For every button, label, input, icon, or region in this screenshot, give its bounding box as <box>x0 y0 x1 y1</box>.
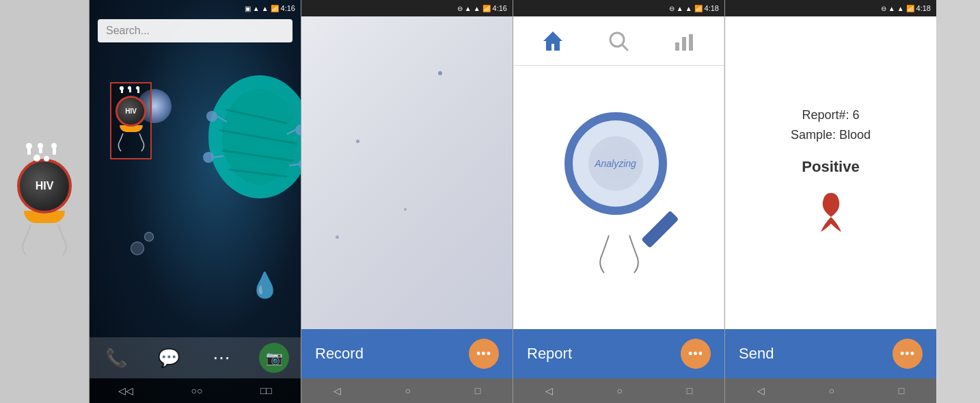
nav-bar-results: ◁ ○ □ <box>725 378 936 403</box>
hiv-legs-large <box>21 224 68 259</box>
status-time-record: 4:16 <box>493 4 507 12</box>
screen-analyzing: ⊖ ▲ ▲ 📶 4:18 <box>513 0 724 403</box>
hiv-legs-below-magnifier <box>592 235 646 279</box>
record-label: Record <box>315 345 364 363</box>
ribbon-icon <box>811 190 852 240</box>
status-bar-home: ▣ ▲ ▲ 📶 4:16 <box>90 0 301 16</box>
report-info: Report#: 6 Sample: Blood <box>791 105 871 145</box>
sample-dot-3 <box>404 208 407 211</box>
dock-apps-icon[interactable]: ⋯ <box>206 343 236 373</box>
status-bar-results: ⊖ ▲ ▲ 📶 4:18 <box>725 0 936 16</box>
recents-button-analyzing[interactable]: □ <box>687 385 692 396</box>
status-time-analyzing: 4:18 <box>705 4 719 12</box>
report-number: Report#: 6 <box>791 105 871 125</box>
back-button-record[interactable]: ◁ <box>334 385 341 396</box>
magnifier-handle <box>641 210 679 248</box>
hiv-body-large: HIV <box>17 159 72 213</box>
send-label: Send <box>739 345 774 363</box>
status-bar-analyzing: ⊖ ▲ ▲ 📶 4:18 <box>513 0 724 16</box>
magnifier-container: Analyzing <box>551 112 688 283</box>
nav-bar-analyzing: ◁ ○ □ <box>513 378 724 403</box>
home-button-record[interactable]: ○ <box>405 385 411 396</box>
bubble-1 <box>131 242 144 255</box>
water-figure: 💧 <box>249 271 280 300</box>
more-button-results[interactable]: ••• <box>893 339 923 369</box>
hiv-label-small: HIV <box>125 107 137 115</box>
dock-camera-icon[interactable]: 📷 <box>259 343 289 373</box>
nav-bar-home: ◁ ○ □ <box>90 378 301 403</box>
svg-rect-18 <box>682 37 686 51</box>
recents-button-results[interactable]: □ <box>899 385 904 396</box>
analyzing-content: Analyzing <box>513 66 724 329</box>
status-icons-record: ⊖ ▲ ▲ 📶 4:16 <box>457 4 507 12</box>
home-nav-btn[interactable] <box>536 24 570 58</box>
more-button-record[interactable]: ••• <box>469 339 499 369</box>
status-time-results: 4:18 <box>916 4 931 12</box>
microscope-view <box>301 16 513 329</box>
action-bar-results: Send ••• <box>725 329 936 378</box>
hiv-legs-small <box>118 133 145 154</box>
home-content: HIV 💧 <box>90 48 301 337</box>
top-nav <box>513 16 724 66</box>
screen-record: ⊖ ▲ ▲ 📶 4:16 Record ••• ◁ ○ □ <box>301 0 513 403</box>
search-bar[interactable]: Search... <box>98 19 292 42</box>
status-icons-home: ▣ ▲ ▲ 📶 4:16 <box>245 4 295 12</box>
back-button-results[interactable]: ◁ <box>757 385 765 396</box>
magnifier-glass: Analyzing <box>564 112 667 215</box>
hiv-icon-selected[interactable]: HIV <box>110 82 152 159</box>
screen-home: ▣ ▲ ▲ 📶 4:16 Search... <box>89 0 301 403</box>
hiv-body-small: HIV <box>115 96 146 127</box>
status-icons-analyzing: ⊖ ▲ ▲ 📶 4:18 <box>669 4 719 12</box>
action-bar-analyzing: Report ••• <box>513 329 724 378</box>
action-bar-record: Record ••• <box>301 329 513 378</box>
svg-rect-17 <box>675 42 679 51</box>
svg-point-6 <box>206 111 217 122</box>
dock-phone-icon[interactable]: 📞 <box>101 343 131 373</box>
hiv-standalone-panel: HIV <box>0 0 89 403</box>
results-content: Report#: 6 Sample: Blood Positive <box>725 16 936 329</box>
positive-label: Positive <box>802 158 859 176</box>
svg-rect-19 <box>689 34 693 51</box>
back-button-home[interactable]: ◁ <box>118 385 133 396</box>
home-button-home[interactable]: ○ <box>191 385 203 396</box>
sample-dot-1 <box>438 71 442 75</box>
screen-results: ⊖ ▲ ▲ 📶 4:18 Report#: 6 Sample: Blood Po… <box>724 0 936 403</box>
hiv-icon-small: HIV <box>115 88 146 154</box>
back-button-analyzing[interactable]: ◁ <box>545 385 553 396</box>
report-label: Report <box>527 345 572 363</box>
bubble-2 <box>144 232 154 242</box>
status-time-home: 4:16 <box>281 4 295 12</box>
chart-nav-btn[interactable] <box>668 24 702 58</box>
search-input-text: Search... <box>106 25 150 37</box>
sample-dot-4 <box>336 235 339 239</box>
status-icons-results: ⊖ ▲ ▲ 📶 4:18 <box>881 4 931 12</box>
home-button-results[interactable]: ○ <box>829 385 834 396</box>
svg-line-16 <box>622 44 627 50</box>
dock-messages-icon[interactable]: 💬 <box>154 343 184 373</box>
svg-marker-14 <box>543 31 562 51</box>
recents-button-record[interactable]: □ <box>475 385 480 396</box>
sample-dot-2 <box>356 140 359 143</box>
teal-bacteria <box>191 68 301 219</box>
dock-bar: 📞 💬 ⋯ 📷 <box>90 337 301 378</box>
status-bar-record: ⊖ ▲ ▲ 📶 4:16 <box>301 0 513 16</box>
analyzing-text: Analyzing <box>595 158 636 169</box>
recents-button-home[interactable]: □ <box>260 385 272 396</box>
sample-type: Sample: Blood <box>791 125 871 145</box>
nav-bar-record: ◁ ○ □ <box>301 378 513 403</box>
search-nav-btn[interactable] <box>601 24 636 58</box>
hiv-icon-large: HIV <box>17 145 72 259</box>
svg-point-10 <box>203 152 214 163</box>
hiv-label-large: HIV <box>36 180 54 192</box>
more-button-analyzing[interactable]: ••• <box>681 339 711 369</box>
home-button-analyzing[interactable]: ○ <box>617 385 623 396</box>
